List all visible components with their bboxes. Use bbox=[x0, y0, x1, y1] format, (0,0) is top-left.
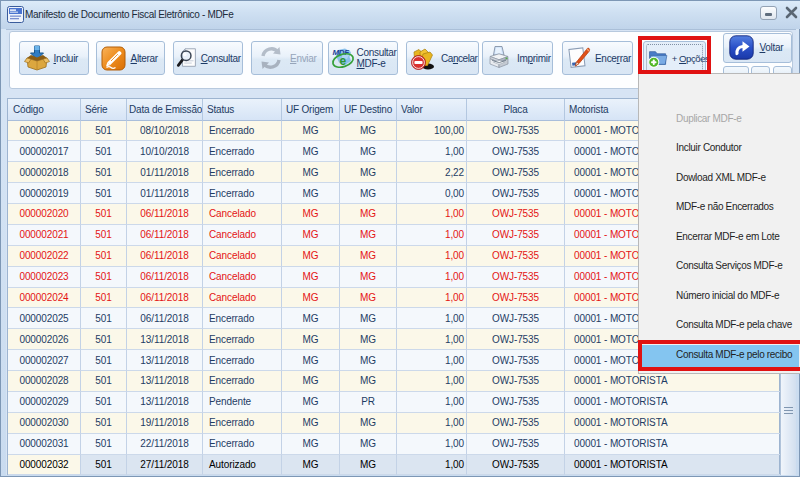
svg-text:e: e bbox=[339, 54, 346, 68]
